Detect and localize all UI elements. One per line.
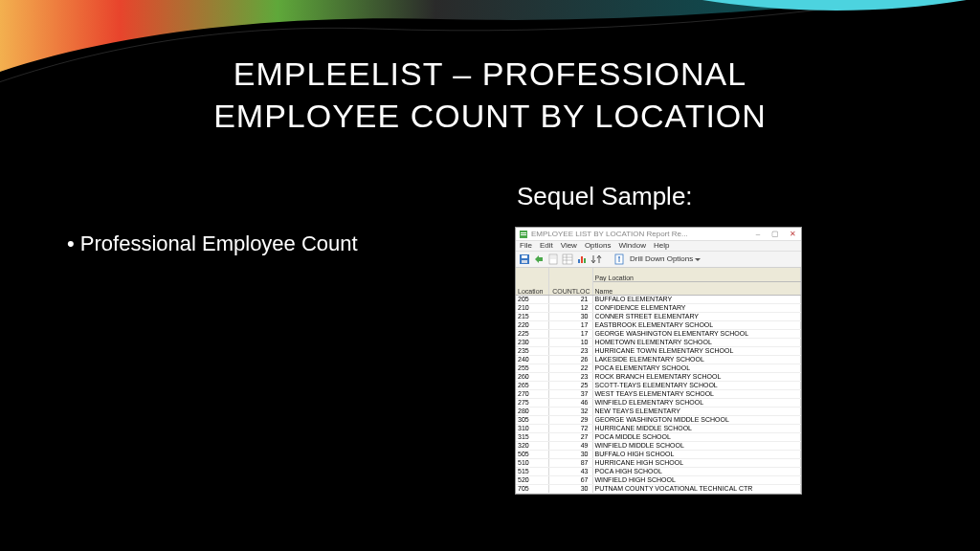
table-row[interactable]: 30529GEORGE WASHINGTON MIDDLE SCHOOL: [516, 415, 801, 424]
table-row[interactable]: 31527POCA MIDDLE SCHOOL: [516, 432, 801, 441]
window-title: EMPLOYEE LIST BY LOCATION Report Re...: [531, 231, 749, 238]
table-row[interactable]: 51543POCA HIGH SCHOOL: [516, 467, 801, 475]
menu-file[interactable]: File: [520, 242, 532, 250]
menu-window[interactable]: Window: [618, 242, 645, 250]
table-row[interactable]: 26023ROCK BRANCH ELEMENTARY SCHOOL: [516, 372, 801, 381]
svg-rect-15: [584, 258, 586, 263]
table-row[interactable]: 24026LAKESIDE ELEMENTARY SCHOOL: [516, 355, 801, 364]
sequel-sample-label: Sequel Sample:: [517, 182, 693, 211]
nav-icon[interactable]: [533, 253, 545, 265]
col-payloc-top[interactable]: Pay Location: [592, 268, 801, 281]
col-payloc-bot[interactable]: Name: [592, 281, 801, 295]
table-row[interactable]: 21530CONNER STREET ELEMENTARY: [516, 312, 801, 320]
table-row[interactable]: 28032NEW TEAYS ELEMENTARY: [516, 407, 801, 415]
col-location[interactable]: Location: [516, 268, 548, 295]
table-row[interactable]: 23010HOMETOWN ELEMENTARY SCHOOL: [516, 338, 801, 346]
table-row[interactable]: 52067WINFIELD HIGH SCHOOL: [516, 475, 801, 484]
svg-rect-14: [581, 256, 583, 263]
table-row[interactable]: 32049WINFIELD MIDDLE SCHOOL: [516, 441, 801, 450]
menu-bar: File Edit View Options Window Help: [516, 241, 801, 252]
toolbar: Drill Down Options: [516, 252, 801, 268]
minimize-button[interactable]: –: [749, 228, 767, 241]
svg-rect-5: [522, 260, 527, 263]
table-row[interactable]: 22517GEORGE WASHINGTON ELEMENTARY SCHOOL: [516, 329, 801, 338]
drilldown-dropdown[interactable]: Drill Down Options: [628, 255, 702, 263]
window-titlebar: EMPLOYEE LIST BY LOCATION Report Re... –…: [516, 228, 801, 241]
menu-view[interactable]: View: [561, 242, 577, 250]
grid-icon[interactable]: [562, 253, 573, 265]
maximize-button[interactable]: ▢: [767, 228, 784, 241]
save-icon[interactable]: [519, 253, 530, 265]
page-icon[interactable]: [547, 253, 559, 265]
report-window: EMPLOYEE LIST BY LOCATION Report Re... –…: [515, 227, 802, 495]
table-row[interactable]: 50530BUFFALO HIGH SCHOOL: [516, 450, 801, 458]
table-row[interactable]: 27546WINFIELD ELEMENTARY SCHOOL: [516, 398, 801, 407]
svg-rect-4: [522, 255, 527, 258]
svg-rect-2: [521, 234, 526, 235]
slide-title: EMPLEELIST – PROFESSIONAL EMPLOYEE COUNT…: [0, 53, 980, 137]
table-row[interactable]: 70530PUTNAM COUNTY VOCATIONAL TECHNICAL …: [516, 484, 801, 493]
sort-icon[interactable]: [590, 253, 602, 265]
bullet-text: Professional Employee Count: [67, 231, 358, 256]
col-countloc[interactable]: COUNTLOC: [548, 268, 592, 295]
table-row[interactable]: 26525SCOTT-TEAYS ELEMENTARY SCHOOL: [516, 381, 801, 389]
svg-point-17: [618, 256, 620, 258]
table-row[interactable]: 27037WEST TEAYS ELEMENTARY SCHOOL: [516, 389, 801, 398]
svg-rect-6: [549, 254, 557, 264]
menu-help[interactable]: Help: [654, 242, 669, 250]
svg-rect-9: [563, 254, 572, 264]
close-button[interactable]: ✕: [784, 228, 801, 241]
table-row[interactable]: 23523HURRICANE TOWN ELEMENTARY SCHOOL: [516, 346, 801, 355]
drilldown-icon[interactable]: [613, 253, 625, 265]
table-row[interactable]: 22017EASTBROOK ELEMENTARY SCHOOL: [516, 320, 801, 329]
svg-rect-1: [521, 232, 526, 233]
table-row[interactable]: 21012CONFIDENCE ELEMENTARY: [516, 303, 801, 312]
menu-edit[interactable]: Edit: [540, 242, 553, 250]
table-row[interactable]: 51087HURRICANE HIGH SCHOOL: [516, 458, 801, 467]
chevron-down-icon: [695, 258, 701, 261]
table-row[interactable]: 20521BUFFALO ELEMENTARY: [516, 295, 801, 303]
data-grid: Location COUNTLOC Pay Location Name 2052…: [516, 268, 801, 494]
chart-icon[interactable]: [576, 253, 588, 265]
table-row[interactable]: 31072HURRICANE MIDDLE SCHOOL: [516, 424, 801, 432]
menu-options[interactable]: Options: [585, 242, 612, 250]
table-row[interactable]: 25522POCA ELEMENTARY SCHOOL: [516, 364, 801, 372]
svg-rect-13: [578, 259, 580, 263]
app-icon: [519, 230, 528, 239]
